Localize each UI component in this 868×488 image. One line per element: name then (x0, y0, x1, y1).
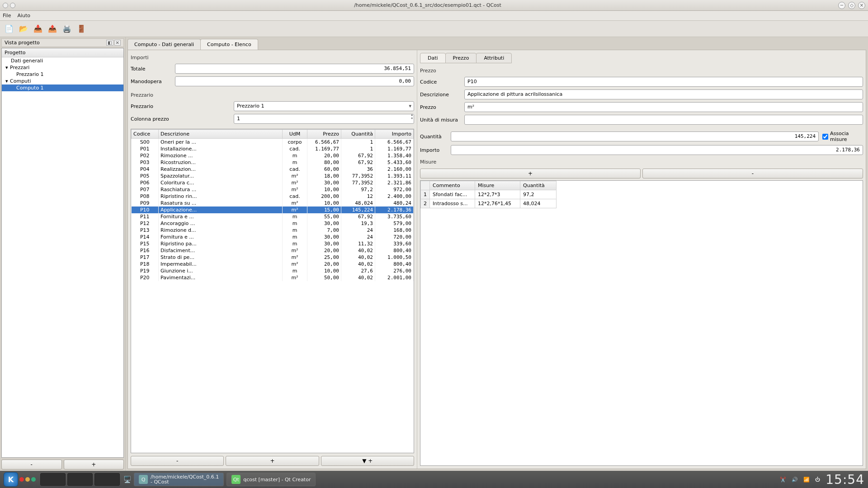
col-udm[interactable]: UdM (283, 130, 307, 139)
table-row[interactable]: P15Ripristino pa...m30,0011,32339,60 (132, 240, 414, 247)
export-icon[interactable]: 📤 (47, 23, 58, 34)
detail-tabs: Dati Prezzo Attributi (420, 53, 863, 63)
table-row[interactable]: P01Installazione...cad.1.169,7711.169,77 (132, 145, 414, 152)
taskbar-item-qcost-line2: - QCost (151, 479, 219, 484)
subtab-attributi[interactable]: Attributi (476, 53, 512, 63)
mcol-commento[interactable]: Commento (430, 181, 475, 190)
table-row[interactable]: P18Impermeabil...m²20,0040,02800,40 (132, 261, 414, 267)
tree-computo-1[interactable]: Computo 1 (2, 84, 123, 91)
codice-field[interactable]: P10 (464, 77, 863, 87)
table-row[interactable]: P04Realizzazion...cad.60,00362.160,00 (132, 166, 414, 173)
tray-volume-icon[interactable]: 🔊 (792, 477, 798, 483)
close-panel-icon[interactable]: ✕ (114, 40, 121, 46)
table-row[interactable]: P10Applicazione...m²15,00145,2242.178,36 (132, 206, 414, 213)
tray-clipboard-icon[interactable]: ✂️ (780, 477, 786, 483)
taskbar-item-qcost[interactable]: Q /home/mickele/QCost_0.6.1 - QCost (134, 473, 224, 486)
quantita-field[interactable]: 145,224 (451, 131, 819, 141)
colonna-spinbox[interactable]: 1 (234, 114, 414, 124)
unita-field[interactable] (464, 115, 863, 125)
table-row[interactable]: P07Raschiatura ...m²10,0097,2972,00 (132, 186, 414, 193)
main-tabs: Computo - Dati generali Computo - Elenco (127, 39, 866, 50)
desktop-dot-2[interactable] (25, 477, 30, 482)
prezzo-section-title: Prezzo (420, 68, 863, 74)
tray-notification-icon[interactable]: ⏻ (815, 477, 820, 483)
tree-prezzari[interactable]: ▾Prezzari (2, 64, 123, 71)
table-row[interactable]: P09Rasatura su ...m²10,0048,024480,24 (132, 200, 414, 206)
table-row[interactable]: P13Rimozione d...m7,0024168,00 (132, 227, 414, 234)
new-file-icon[interactable]: 📄 (4, 23, 14, 34)
detach-panel-icon[interactable]: ◧ (106, 40, 113, 46)
table-row[interactable]: P02Rimozione ...m20,0067,921.358,40 (132, 152, 414, 159)
row-dropadd-button[interactable]: ▼ + (321, 456, 414, 466)
menu-help[interactable]: Aiuto (17, 13, 30, 19)
col-prezzo[interactable]: Prezzo (307, 130, 341, 139)
window-btn-3[interactable]: × (858, 2, 865, 9)
associa-checkbox[interactable]: Associa misure (822, 131, 863, 142)
prezzo-field[interactable]: m² (464, 102, 863, 112)
misure-row[interactable]: 1Sfondati fac...12*2,7*397,2 (421, 190, 557, 199)
pager-slot-3[interactable] (94, 473, 120, 486)
col-codice[interactable]: Codice (132, 130, 159, 139)
col-descrizione[interactable]: Descrizione (159, 130, 283, 139)
importo-field: 2.178,36 (451, 145, 863, 155)
window-btn-2[interactable]: ◇ (848, 2, 855, 9)
tree-computi[interactable]: ▾Computi (2, 78, 123, 84)
col-quantita[interactable]: Quantità (341, 130, 375, 139)
prezzario-select[interactable]: Prezzario 1 (234, 101, 414, 111)
price-table[interactable]: Codice Descrizione UdM Prezzo Quantità I… (131, 129, 414, 453)
qtcreator-app-icon: Qt (231, 475, 241, 484)
misure-add-button[interactable]: + (420, 169, 641, 178)
window-btn-1[interactable]: − (838, 2, 845, 9)
import-icon[interactable]: 📥 (33, 23, 43, 34)
table-row[interactable]: P12Ancoraggio ...m30,0019,3579,00 (132, 220, 414, 227)
table-row[interactable]: P06Coloritura c...m²30,0077,39522.321,86 (132, 179, 414, 186)
pager-slot-1[interactable] (40, 473, 66, 486)
desktop-dot-3[interactable] (31, 477, 36, 482)
table-row[interactable]: P03Ricostruzion...m80,0067,925.433,60 (132, 159, 414, 166)
tree-prezzario-1[interactable]: Prezzario 1 (2, 71, 123, 78)
row-add-button[interactable]: + (226, 456, 319, 466)
taskbar-item-qtcreator[interactable]: Qt qcost [master] - Qt Creator (226, 473, 316, 486)
table-row[interactable]: P11Fornitura e ...m55,0067,923.735,60 (132, 213, 414, 220)
subtab-dati[interactable]: Dati (420, 53, 446, 63)
table-row[interactable]: P19Giunzione i...m10,0027,6276,00 (132, 267, 414, 274)
table-row[interactable]: P16Disfaciment...m²20,0040,02800,40 (132, 247, 414, 254)
tab-elenco[interactable]: Computo - Elenco (200, 39, 258, 50)
descrizione-field[interactable]: Applicazione di pittura acrilsilossanica (464, 89, 863, 99)
open-folder-icon[interactable]: 📂 (18, 23, 29, 34)
tab-dati-generali[interactable]: Computo - Dati generali (127, 39, 201, 50)
colonna-label: Colonna prezzo (131, 116, 230, 122)
table-row[interactable]: P17Strato di pe...m²25,0040,021.000,50 (132, 254, 414, 261)
clock[interactable]: 15:54 (826, 472, 864, 487)
prezzo-label: Prezzo (420, 104, 461, 110)
pager-slot-2[interactable] (67, 473, 93, 486)
row-remove-button[interactable]: - (131, 456, 224, 466)
subtab-prezzo[interactable]: Prezzo (445, 53, 477, 63)
start-button[interactable]: K (4, 472, 18, 487)
menu-file[interactable]: File (3, 13, 11, 19)
table-row[interactable]: P08Ripristino rin...cad.200,00122.400,00 (132, 193, 414, 200)
project-tree[interactable]: Progetto Dati generali ▾Prezzari Prezzar… (1, 48, 124, 458)
table-row[interactable]: P05Spazzolatur...m²18,0077,39521.393,11 (132, 173, 414, 179)
quantita-label: Quantità (420, 134, 447, 140)
window-min-icon[interactable] (10, 3, 15, 8)
desktop-dot-1[interactable] (19, 477, 24, 482)
tray-network-icon[interactable]: 📶 (803, 477, 810, 483)
table-row[interactable]: P14Fornitura e ...m30,0024720,00 (132, 234, 414, 240)
print-icon[interactable]: 🖨️ (61, 23, 72, 34)
mcol-quantita[interactable]: Quantità (520, 181, 557, 190)
table-row[interactable]: P20Pavimentazi...m²50,0040,022.001,00 (132, 274, 414, 281)
misure-row[interactable]: 2Intradosso s...12*2,76*1,4548,024 (421, 199, 557, 208)
table-row[interactable]: S00Oneri per la ...corpo6.566,6716.566,6… (132, 139, 414, 146)
misure-title: Misure (420, 159, 863, 165)
tree-add-button[interactable]: + (64, 460, 124, 469)
tree-remove-button[interactable]: - (1, 460, 62, 469)
window-close-icon[interactable] (3, 3, 8, 8)
misure-remove-button[interactable]: - (642, 169, 863, 178)
misure-table[interactable]: Commento Misure Quantità 1Sfondati fac..… (420, 181, 557, 208)
mcol-misure[interactable]: Misure (475, 181, 520, 190)
exit-icon[interactable]: 🚪 (76, 23, 87, 34)
col-importo[interactable]: Importo (375, 130, 414, 139)
tree-dati-generali[interactable]: Dati generali (2, 57, 123, 64)
show-desktop-icon[interactable]: 🖥️ (123, 476, 131, 483)
